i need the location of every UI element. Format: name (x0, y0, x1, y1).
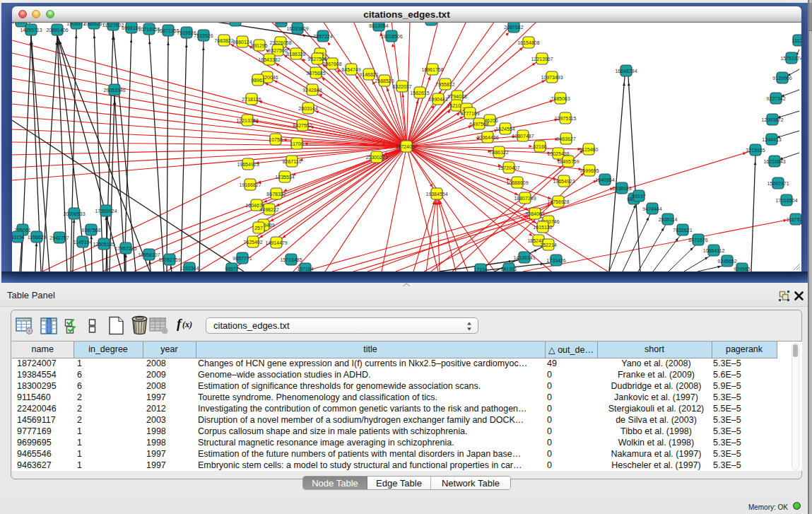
svg-text:10807487: 10807487 (512, 134, 534, 139)
svg-text:20364436: 20364436 (476, 135, 498, 140)
svg-text:16671355: 16671355 (157, 28, 179, 33)
svg-text:8660124: 8660124 (233, 40, 252, 45)
svg-text:1156829: 1156829 (28, 235, 47, 240)
svg-text:12093872: 12093872 (761, 117, 783, 122)
svg-text:3875685: 3875685 (306, 71, 325, 76)
svg-text:12213967: 12213967 (531, 57, 553, 62)
svg-text:1235534: 1235534 (275, 175, 294, 180)
svg-text:10654112: 10654112 (703, 248, 725, 253)
svg-text:16543382: 16543382 (258, 57, 280, 62)
svg-text:9474444: 9474444 (642, 206, 661, 211)
svg-text:19166827: 19166827 (239, 182, 261, 187)
svg-text:2935114: 2935114 (659, 217, 678, 222)
svg-text:141361: 141361 (500, 267, 517, 271)
svg-text:9245652: 9245652 (717, 259, 736, 264)
svg-text:f: f (177, 317, 182, 331)
svg-text:9699695: 9699695 (579, 168, 599, 173)
svg-text:9227342: 9227342 (766, 96, 785, 101)
svg-text:6794028: 6794028 (447, 94, 466, 99)
svg-text:9129966: 9129966 (772, 76, 792, 81)
svg-text:15716485: 15716485 (280, 257, 302, 262)
svg-text:14055713: 14055713 (20, 28, 42, 33)
svg-text:17359924: 17359924 (95, 209, 117, 214)
svg-text:2588520: 2588520 (375, 78, 394, 83)
svg-text:2803144: 2803144 (298, 106, 317, 111)
svg-text:8990443: 8990443 (428, 97, 447, 102)
svg-text:1624554: 1624554 (495, 127, 514, 132)
svg-text:15692971: 15692971 (767, 181, 789, 186)
svg-text:(x): (x) (182, 320, 192, 329)
svg-text:19218506: 19218506 (380, 34, 402, 39)
svg-text:7485063: 7485063 (551, 96, 570, 101)
svg-text:16961758: 16961758 (421, 67, 443, 72)
svg-text:33154: 33154 (12, 235, 25, 240)
svg-text:8678332: 8678332 (266, 192, 286, 197)
svg-text:9115460: 9115460 (579, 147, 599, 152)
svg-text:7625402: 7625402 (243, 240, 262, 245)
svg-text:7663822: 7663822 (214, 38, 233, 43)
svg-text:18495759: 18495759 (557, 159, 579, 164)
svg-text:15751074: 15751074 (780, 56, 801, 61)
svg-text:98961: 98961 (251, 78, 265, 83)
svg-text:7955812: 7955812 (435, 82, 454, 87)
svg-text:11121: 11121 (792, 38, 801, 43)
svg-text:16033809: 16033809 (286, 26, 308, 31)
svg-text:12975115: 12975115 (555, 116, 577, 121)
svg-text:29053346: 29053346 (103, 88, 125, 93)
svg-text:2942757: 2942757 (49, 235, 69, 240)
svg-text:9857771: 9857771 (233, 256, 252, 261)
svg-text:8813054: 8813054 (369, 23, 388, 28)
svg-text:20691406: 20691406 (46, 28, 68, 33)
svg-text:25300273: 25300273 (365, 155, 387, 160)
svg-text:15720407: 15720407 (498, 165, 519, 170)
svg-text:16154808: 16154808 (517, 40, 539, 45)
svg-text:1615132: 1615132 (533, 225, 552, 230)
svg-text:9327506: 9327506 (268, 48, 287, 53)
svg-text:257: 257 (254, 226, 263, 230)
svg-text:8454749: 8454749 (341, 67, 360, 72)
svg-text:20206533: 20206533 (63, 211, 85, 216)
svg-text:14136141: 14136141 (513, 255, 535, 260)
svg-text:2867608: 2867608 (322, 62, 341, 66)
svg-text:157164: 157164 (297, 267, 313, 271)
svg-text:8427552: 8427552 (293, 123, 312, 128)
svg-text:9777169: 9777169 (460, 111, 479, 116)
svg-text:1244413: 1244413 (762, 137, 781, 142)
svg-text:6497568: 6497568 (469, 122, 488, 127)
svg-text:9084067: 9084067 (525, 211, 544, 216)
svg-text:19756928: 19756928 (547, 199, 569, 204)
svg-text:160338: 160338 (227, 23, 243, 23)
svg-text:12505135: 12505135 (93, 242, 114, 247)
svg-text:924565: 924565 (734, 267, 750, 271)
svg-text:10758: 10758 (269, 137, 283, 142)
svg-text:7886322: 7886322 (489, 150, 508, 155)
svg-text:16648784: 16648784 (615, 69, 637, 74)
svg-text:10688609: 10688609 (506, 180, 528, 185)
svg-text:17016504: 17016504 (775, 198, 797, 203)
svg-text:9242848: 9242848 (302, 88, 322, 93)
svg-text:19654923: 19654923 (553, 179, 575, 184)
svg-text:9327508: 9327508 (307, 57, 326, 62)
svg-text:98577: 98577 (225, 267, 239, 271)
svg-text:1733426: 1733426 (546, 258, 565, 263)
svg-text:8471676: 8471676 (688, 238, 707, 243)
svg-text:99197: 99197 (632, 194, 646, 199)
svg-text:3215935: 3215935 (746, 148, 765, 153)
svg-text:19654923: 19654923 (237, 162, 259, 167)
svg-text:14914479: 14914479 (265, 240, 287, 245)
svg-text:891295: 891295 (251, 43, 267, 48)
svg-text:11527602: 11527602 (102, 23, 124, 28)
svg-text:1562615: 1562615 (410, 90, 429, 95)
svg-text:16782759: 16782759 (158, 257, 180, 262)
svg-text:8267110: 8267110 (283, 159, 302, 164)
svg-text:9463627: 9463627 (556, 136, 575, 141)
svg-text:1145194: 1145194 (73, 240, 93, 245)
svg-text:1192344: 1192344 (180, 266, 199, 271)
svg-text:7515526: 7515526 (194, 33, 213, 38)
svg-text:19958107: 19958107 (138, 252, 160, 257)
svg-text:4498222: 4498222 (259, 207, 278, 212)
svg-text:1640954: 1640954 (595, 177, 614, 182)
svg-text:16210643: 16210643 (763, 159, 785, 164)
svg-text:9146821: 9146821 (359, 72, 378, 77)
svg-text:8186328: 8186328 (286, 52, 305, 57)
